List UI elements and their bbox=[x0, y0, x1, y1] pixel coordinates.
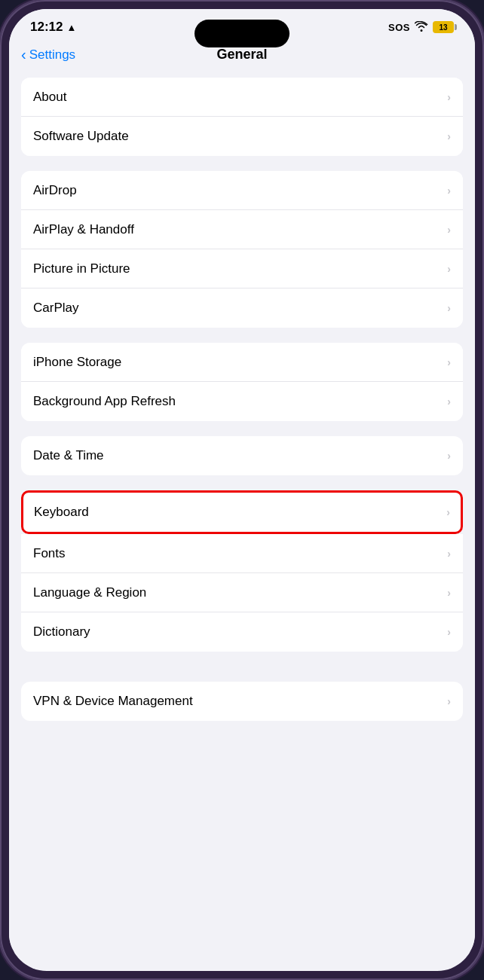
vpn-chevron-icon: › bbox=[447, 695, 451, 707]
dynamic-island bbox=[195, 20, 289, 47]
dictionary-chevron-icon: › bbox=[447, 626, 451, 638]
airdrop-chevron-icon: › bbox=[447, 185, 451, 197]
settings-section-3: iPhone Storage › Background App Refresh … bbox=[21, 343, 463, 421]
background-app-refresh-chevron-icon: › bbox=[447, 395, 451, 408]
fonts-chevron-icon: › bbox=[447, 548, 451, 560]
settings-row-fonts[interactable]: Fonts › bbox=[21, 534, 463, 573]
time-text: 12:12 bbox=[30, 20, 63, 35]
location-arrow-icon: ▲ bbox=[66, 22, 76, 33]
software-update-label: Software Update bbox=[33, 129, 129, 144]
picture-in-picture-label: Picture in Picture bbox=[33, 261, 130, 276]
status-time: 12:12 ▲ bbox=[30, 20, 76, 35]
spacer bbox=[9, 667, 475, 682]
settings-row-airdrop[interactable]: AirDrop › bbox=[21, 171, 463, 210]
date-time-label: Date & Time bbox=[33, 448, 104, 463]
settings-row-vpn[interactable]: VPN & Device Management › bbox=[21, 682, 463, 721]
airplay-handoff-chevron-icon: › bbox=[447, 224, 451, 236]
settings-row-picture-in-picture[interactable]: Picture in Picture › bbox=[21, 249, 463, 289]
settings-section-6: VPN & Device Management › bbox=[21, 682, 463, 721]
settings-section-2: AirDrop › AirPlay & Handoff › Picture in… bbox=[21, 171, 463, 328]
settings-row-date-time[interactable]: Date & Time › bbox=[21, 436, 463, 475]
keyboard-highlighted-row[interactable]: Keyboard › bbox=[21, 490, 463, 534]
settings-row-software-update[interactable]: Software Update › bbox=[21, 117, 463, 156]
status-right-icons: SOS 13 bbox=[388, 21, 454, 34]
airplay-handoff-label: AirPlay & Handoff bbox=[33, 222, 134, 237]
software-update-chevron-icon: › bbox=[447, 130, 451, 142]
fonts-label: Fonts bbox=[33, 546, 66, 561]
page-title: General bbox=[216, 47, 267, 63]
settings-row-dictionary[interactable]: Dictionary › bbox=[21, 612, 463, 652]
settings-row-language-region[interactable]: Language & Region › bbox=[21, 573, 463, 612]
dictionary-label: Dictionary bbox=[33, 624, 90, 640]
keyboard-row-inner[interactable]: Keyboard › bbox=[23, 493, 461, 532]
sos-label: SOS bbox=[388, 22, 410, 33]
settings-row-background-app-refresh[interactable]: Background App Refresh › bbox=[21, 382, 463, 421]
iphone-storage-label: iPhone Storage bbox=[33, 355, 121, 370]
vpn-label: VPN & Device Management bbox=[33, 694, 193, 709]
iphone-storage-chevron-icon: › bbox=[447, 356, 451, 368]
settings-row-iphone-storage[interactable]: iPhone Storage › bbox=[21, 343, 463, 382]
keyboard-chevron-icon: › bbox=[446, 506, 450, 518]
wifi-icon bbox=[415, 21, 428, 34]
language-region-chevron-icon: › bbox=[447, 587, 451, 599]
carplay-chevron-icon: › bbox=[447, 302, 451, 314]
settings-section-4: Date & Time › bbox=[21, 436, 463, 475]
phone-screen: 12:12 ▲ SOS 13 bbox=[9, 9, 475, 971]
background-app-refresh-label: Background App Refresh bbox=[33, 394, 176, 409]
back-chevron-icon: ‹ bbox=[21, 46, 26, 63]
settings-content: About › Software Update › AirDrop › AirP… bbox=[9, 72, 475, 947]
phone-frame: 12:12 ▲ SOS 13 bbox=[0, 0, 484, 980]
back-label: Settings bbox=[29, 47, 75, 63]
settings-row-about[interactable]: About › bbox=[21, 78, 463, 117]
back-button[interactable]: ‹ Settings bbox=[21, 46, 75, 63]
date-time-chevron-icon: › bbox=[447, 450, 451, 462]
settings-section-5: Fonts › Language & Region › Dictionary › bbox=[21, 534, 463, 652]
picture-in-picture-chevron-icon: › bbox=[447, 263, 451, 275]
battery-icon: 13 bbox=[433, 21, 454, 33]
about-chevron-icon: › bbox=[447, 91, 451, 103]
settings-row-carplay[interactable]: CarPlay › bbox=[21, 289, 463, 328]
battery-level: 13 bbox=[439, 23, 447, 32]
settings-section-1: About › Software Update › bbox=[21, 78, 463, 156]
carplay-label: CarPlay bbox=[33, 301, 78, 316]
keyboard-label: Keyboard bbox=[34, 505, 89, 520]
language-region-label: Language & Region bbox=[33, 585, 146, 600]
settings-row-airplay-handoff[interactable]: AirPlay & Handoff › bbox=[21, 210, 463, 249]
airdrop-label: AirDrop bbox=[33, 183, 77, 198]
about-label: About bbox=[33, 90, 66, 105]
